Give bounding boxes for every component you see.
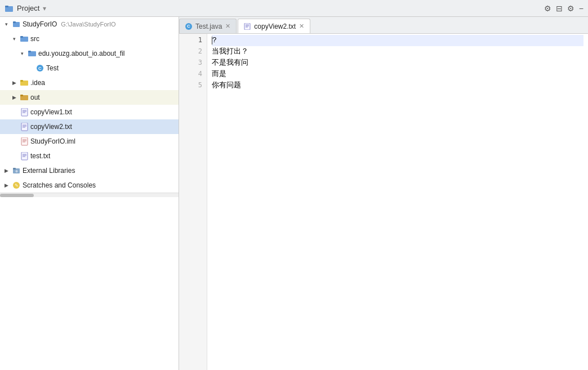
tree-label-copyview1: copyView1.txt xyxy=(30,108,72,116)
tree-path-studyforio: G:\Java\StudyForIO xyxy=(61,21,115,28)
tree-item-out[interactable]: ▶out xyxy=(0,90,179,105)
dropdown-arrow[interactable]: ▾ xyxy=(43,5,46,12)
editor-area[interactable]: 12345 ?当我打出？不是我有问而是你有问题 xyxy=(179,34,588,370)
tree-icon-test-txt xyxy=(20,151,29,161)
tree-label-src: src xyxy=(30,35,39,43)
svg-rect-3 xyxy=(13,21,16,23)
project-title: Project xyxy=(17,4,39,12)
sidebar: ▾StudyForIOG:\Java\StudyForIO▾src▾edu.yo… xyxy=(0,17,179,370)
svg-rect-22 xyxy=(21,137,28,145)
svg-rect-13 xyxy=(20,95,23,96)
layout-icon[interactable]: ⊟ xyxy=(556,4,563,13)
tree-icon-copyview2 xyxy=(20,122,29,131)
tabs-bar: C Test.java ✕ copyView2.txt ✕ xyxy=(179,17,588,34)
minimize-icon[interactable]: − xyxy=(579,4,583,13)
tab-test-java[interactable]: C Test.java ✕ xyxy=(179,19,237,33)
tree-label-edu-pkg: edu.youzg.about_io.about_fil xyxy=(38,50,124,57)
tree-label-out: out xyxy=(30,93,40,101)
java-tab-icon: C xyxy=(185,23,192,30)
tree-item-copyview2[interactable]: copyView2.txt xyxy=(0,119,179,134)
tree-icon-idea xyxy=(20,78,29,87)
tree-item-ext-libs[interactable]: ▶⊕External Libraries xyxy=(0,163,179,178)
line-number-4: 4 xyxy=(179,69,202,80)
svg-rect-18 xyxy=(21,123,28,131)
tree-item-src[interactable]: ▾src xyxy=(0,32,179,46)
tree-icon-edu-pkg xyxy=(28,49,37,58)
tab-copyview2[interactable]: copyView2.txt ✕ xyxy=(238,19,310,33)
tree-arrow-src[interactable]: ▾ xyxy=(10,35,18,43)
svg-rect-26 xyxy=(21,152,28,160)
tree-arrow-out[interactable]: ▶ xyxy=(10,93,18,101)
line-number-3: 3 xyxy=(179,57,202,69)
tab-test-java-label: Test.java xyxy=(195,23,222,30)
tree-icon-ext-libs: ⊕ xyxy=(12,166,21,175)
main-layout: ▾StudyForIOG:\Java\StudyForIO▾src▾edu.yo… xyxy=(0,17,588,370)
tree-arrow-idea[interactable]: ▶ xyxy=(10,79,18,87)
line-number-1: 1 xyxy=(179,35,202,46)
svg-rect-35 xyxy=(244,23,250,30)
editor-line-4[interactable]: 而是 xyxy=(212,69,583,80)
tree-icon-copyview1 xyxy=(20,108,29,117)
tree-arrow-ext-libs[interactable]: ▶ xyxy=(2,167,10,175)
editor-line-1[interactable]: ? xyxy=(212,35,583,46)
tree-icon-out xyxy=(20,93,29,102)
svg-text:✎: ✎ xyxy=(15,183,19,188)
editor-line-3[interactable]: 不是我有问 xyxy=(212,57,583,69)
svg-rect-14 xyxy=(21,108,28,116)
tab-copyview2-close[interactable]: ✕ xyxy=(299,23,304,30)
tree-item-scratches[interactable]: ▶✎Scratches and Consoles xyxy=(0,178,179,193)
file-tree: ▾StudyForIOG:\Java\StudyForIO▾src▾edu.yo… xyxy=(0,17,179,193)
tree-label-test-class: Test xyxy=(46,64,59,72)
editor-line-2[interactable]: 当我打出？ xyxy=(212,46,583,57)
tab-test-java-close[interactable]: ✕ xyxy=(225,23,230,30)
tab-copyview2-label: copyView2.txt xyxy=(254,23,296,30)
svg-rect-7 xyxy=(28,51,31,52)
tree-icon-scratches: ✎ xyxy=(12,181,21,190)
gear-icon[interactable]: ⚙ xyxy=(567,4,574,13)
title-bar-controls: ⚙ ⊟ ⚙ − xyxy=(544,4,583,13)
tree-item-copyview1[interactable]: copyView1.txt xyxy=(0,105,179,119)
editor-content[interactable]: ?当我打出？不是我有问而是你有问题 xyxy=(207,34,588,370)
tree-label-ext-libs: External Libraries xyxy=(23,167,75,175)
tree-icon-src xyxy=(20,34,29,43)
svg-text:C: C xyxy=(38,66,42,71)
project-folder-icon xyxy=(5,4,14,13)
tree-icon-studyforio xyxy=(12,20,21,29)
svg-rect-5 xyxy=(20,36,23,38)
tree-label-idea: .idea xyxy=(30,79,45,87)
tree-label-scratches: Scratches and Consoles xyxy=(23,181,96,189)
sidebar-scroll-thumb xyxy=(0,194,34,197)
tree-item-test-txt[interactable]: test.txt xyxy=(0,149,179,163)
line-number-2: 2 xyxy=(179,46,202,57)
txt-tab-icon xyxy=(244,23,251,30)
line-number-5: 5 xyxy=(179,80,202,91)
tree-item-idea[interactable]: ▶.idea xyxy=(0,75,179,90)
tree-item-studyforio[interactable]: ▾StudyForIOG:\Java\StudyForIO xyxy=(0,17,179,32)
tree-arrow-studyforio[interactable]: ▾ xyxy=(2,20,10,28)
tree-item-studyforio-iml[interactable]: StudyForIO.iml xyxy=(0,134,179,149)
svg-rect-1 xyxy=(5,6,8,7)
svg-text:⊕: ⊕ xyxy=(15,170,18,173)
tree-arrow-edu-pkg[interactable]: ▾ xyxy=(18,50,26,57)
tree-label-test-txt: test.txt xyxy=(30,152,50,160)
tree-label-studyforio: StudyForIO xyxy=(23,20,57,28)
tree-label-copyview2: copyView2.txt xyxy=(30,123,72,131)
line-numbers: 12345 xyxy=(179,34,207,370)
tree-label-studyforio-iml: StudyForIO.iml xyxy=(30,137,75,145)
title-bar: Project ▾ ⚙ ⊟ ⚙ − xyxy=(0,0,588,17)
text-cursor xyxy=(212,37,212,44)
tree-item-test-class[interactable]: CTest xyxy=(0,61,179,75)
editor-line-5[interactable]: 你有问题 xyxy=(212,80,583,91)
tree-item-edu-pkg[interactable]: ▾edu.youzg.about_io.about_fil xyxy=(0,46,179,61)
settings-icon[interactable]: ⚙ xyxy=(544,4,551,13)
content-area: C Test.java ✕ copyView2.txt ✕ 12345 ?当我打… xyxy=(179,17,588,370)
sidebar-scrollbar[interactable] xyxy=(0,193,179,197)
tree-icon-studyforio-iml xyxy=(20,137,29,146)
tree-arrow-scratches[interactable]: ▶ xyxy=(2,181,10,189)
svg-rect-11 xyxy=(20,80,23,82)
tree-icon-test-class: C xyxy=(35,64,44,73)
